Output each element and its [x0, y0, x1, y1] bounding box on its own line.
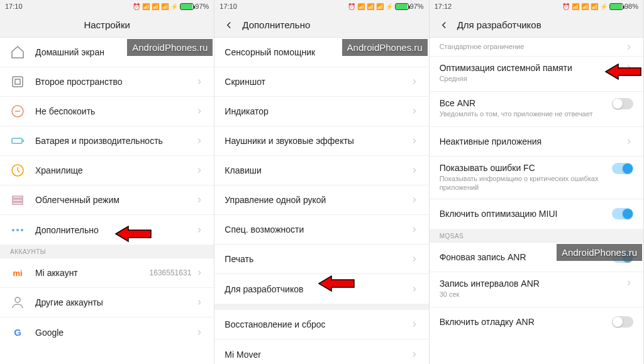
wifi-icon: 📶 — [357, 3, 365, 10]
row-accessibility[interactable]: Спец. возможности — [214, 215, 428, 245]
row-bg-limit[interactable]: Стандартное ограничение — [430, 38, 643, 57]
wifi-icon: 📶 — [142, 3, 150, 10]
row-sub: Средняя — [440, 74, 625, 83]
watermark: AndroidPhones.ru — [557, 244, 642, 261]
row-google[interactable]: GGoogle — [0, 317, 214, 347]
chevron-right-icon — [195, 136, 204, 145]
lite-icon — [10, 192, 25, 207]
row-led[interactable]: Индикатор — [214, 97, 428, 126]
row-screenshot[interactable]: Скриншот — [214, 67, 428, 97]
toggle[interactable] — [612, 316, 633, 328]
row-sub: 30 сек — [440, 290, 625, 299]
battery-icon — [609, 3, 623, 10]
back-button[interactable] — [223, 19, 235, 31]
row-mi-mover[interactable]: Mi Mover — [214, 339, 428, 364]
chevron-right-icon — [195, 328, 204, 337]
status-time: 17:10 — [5, 3, 23, 10]
status-bar: 17:10 ⏰ 📶 📶 📶 ⚡ 97% — [0, 0, 214, 13]
chevron-right-icon — [195, 166, 204, 175]
signal-icon: 📶 — [367, 3, 374, 10]
back-button[interactable] — [438, 19, 450, 31]
chevron-right-icon — [195, 77, 204, 86]
row-other-accounts[interactable]: Другие аккаунты — [0, 288, 214, 317]
dnd-icon — [10, 104, 25, 119]
signal-icon: 📶 — [591, 3, 598, 10]
section-mqsas: MQSAS — [430, 229, 643, 243]
status-right: ⏰ 📶 📶 📶 ⚡ 98% — [562, 3, 638, 10]
chevron-right-icon — [195, 226, 204, 234]
row-label: Включить отладку ANR — [440, 317, 612, 327]
row-label: Батарея и производительность — [35, 136, 195, 146]
row-dnd[interactable]: Не беспокоить — [0, 97, 214, 126]
row-label: Спец. возможности — [225, 224, 409, 234]
row-label: Включить оптимизацию MIUI — [440, 209, 612, 219]
battery-pct: 97% — [410, 3, 424, 10]
toggle[interactable] — [612, 163, 633, 174]
svg-point-11 — [15, 297, 20, 302]
screen-developer: 17:12 ⏰ 📶 📶 📶 ⚡ 98% Для разработчиков Ст… — [430, 0, 644, 364]
row-second-space[interactable]: Второе пространство — [0, 67, 214, 97]
row-inactive-apps[interactable]: Неактивные приложения — [430, 127, 643, 157]
watermark: AndroidPhones.ru — [342, 39, 428, 56]
signal-icon: 📶 — [152, 3, 159, 10]
signal-icon: 📶 — [161, 3, 169, 10]
row-sub: Уведомлять о том, что приложение не отве… — [440, 109, 612, 118]
svg-rect-6 — [13, 199, 23, 201]
row-headphones[interactable]: Наушники и звуковые эффекты — [214, 126, 428, 156]
alarm-icon: ⏰ — [133, 3, 140, 10]
row-label: Восстановление и сброс — [225, 319, 409, 329]
battery-pct: 97% — [195, 3, 209, 10]
battery-pct: 98% — [625, 3, 638, 10]
row-label: Все ANR — [440, 98, 612, 108]
svg-rect-1 — [15, 79, 20, 84]
svg-rect-0 — [13, 77, 23, 87]
alarm-icon: ⏰ — [562, 3, 570, 10]
header: Для разработчиков — [430, 13, 643, 38]
row-one-handed[interactable]: Управление одной рукой — [214, 185, 428, 215]
row-anr-interval[interactable]: Запись интервалов ANR30 сек — [430, 272, 643, 307]
chevron-right-icon — [410, 136, 419, 145]
row-storage[interactable]: Хранилище — [0, 156, 214, 185]
section-accounts: АККАУНТЫ — [0, 245, 214, 258]
dev-list: Стандартное ограничение Оптимизация сист… — [430, 38, 643, 337]
toggle[interactable] — [612, 98, 633, 109]
row-sub: Стандартное ограничение — [440, 42, 625, 51]
row-mi-account[interactable]: miMi аккаунт1636551631 — [0, 258, 214, 288]
battery-icon — [180, 3, 194, 10]
row-developer[interactable]: Для разработчиков — [214, 274, 428, 304]
header-title: Дополнительно — [242, 19, 310, 30]
advanced-list: Сенсорный помощник Скриншот Индикатор На… — [214, 38, 428, 364]
svg-rect-3 — [12, 138, 22, 143]
svg-point-9 — [16, 229, 19, 231]
row-value: 1636551631 — [150, 268, 192, 277]
row-print[interactable]: Печать — [214, 245, 428, 274]
row-all-anr[interactable]: Все ANRУведомлять о том, что приложение … — [430, 92, 643, 127]
row-label: Mi Mover — [225, 350, 409, 360]
row-label: Управление одной рукой — [225, 195, 409, 205]
row-label: Второе пространство — [35, 77, 195, 87]
row-buttons[interactable]: Клавиши — [214, 156, 428, 185]
toggle[interactable] — [612, 208, 633, 219]
row-label: Не беспокоить — [35, 106, 195, 116]
row-fc-errors[interactable]: Показывать ошибки FCПоказывать информаци… — [430, 157, 643, 199]
header: Настройки — [0, 13, 214, 38]
mi-icon: mi — [10, 265, 25, 280]
row-sub: Показывать информацию о критических ошиб… — [440, 174, 612, 192]
chevron-right-icon — [410, 285, 419, 294]
row-lite[interactable]: Облегченный режим — [0, 185, 214, 215]
svg-point-10 — [21, 229, 23, 231]
row-miui-opt[interactable]: Включить оптимизацию MIUI — [430, 199, 643, 229]
row-mem-opt[interactable]: Оптимизация системной памятиСредняя — [430, 57, 643, 92]
row-label: Наушники и звуковые эффекты — [225, 136, 409, 146]
row-advanced[interactable]: Дополнительно — [0, 215, 214, 245]
row-reset[interactable]: Восстановление и сброс — [214, 310, 428, 339]
row-label: Оптимизация системной памяти — [440, 63, 625, 73]
screen-settings: 17:10 ⏰ 📶 📶 📶 ⚡ 97% Настройки Домашний э… — [0, 0, 214, 364]
row-battery[interactable]: Батарея и производительность — [0, 126, 214, 156]
row-anr-debug[interactable]: Включить отладку ANR — [430, 307, 643, 337]
status-right: ⏰ 📶 📶 📶 ⚡ 97% — [133, 3, 209, 10]
home-icon — [10, 45, 25, 60]
row-label: Mi аккаунт — [35, 268, 150, 278]
row-label: Клавиши — [225, 165, 409, 175]
settings-list: Домашний экран Второе пространство Не бе… — [0, 38, 214, 347]
